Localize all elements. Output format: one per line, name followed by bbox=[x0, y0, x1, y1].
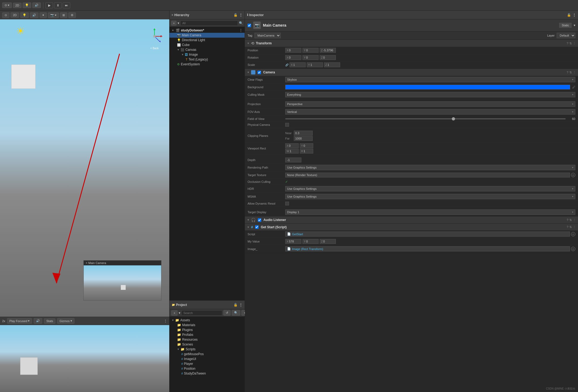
comp-help-icon[interactable]: ? bbox=[567, 225, 568, 229]
project-search-input[interactable] bbox=[181, 310, 222, 316]
msaa-dropdown[interactable]: Use Graphics Settings ▾ bbox=[285, 194, 575, 199]
project-item-materials[interactable]: 📁 Materials bbox=[170, 323, 245, 327]
physical-camera-checkbox[interactable] bbox=[285, 123, 289, 127]
script-file-field[interactable]: 📄 GetStart bbox=[285, 231, 570, 237]
hierarchy-item-eventsystem[interactable]: ⚙ EventSystem bbox=[170, 62, 245, 67]
near-field[interactable]: 0.3 bbox=[294, 131, 313, 136]
hierarchy-search-input[interactable] bbox=[180, 20, 238, 26]
transform-header[interactable]: ▼ ⟲ Transform ? ⇅ ⋮ bbox=[245, 40, 578, 47]
play-btn[interactable]: ▶ bbox=[45, 2, 53, 8]
project-item-assets[interactable]: ▼ 📁 Assets bbox=[170, 318, 245, 323]
2d-toggle-btn[interactable]: 2D bbox=[13, 3, 22, 8]
inspector-lock-icon[interactable]: 🔓 bbox=[567, 13, 571, 17]
audio-enabled-checkbox[interactable] bbox=[258, 218, 261, 222]
pos-y-field[interactable]: Y 0 bbox=[302, 48, 319, 53]
project-item-scripts[interactable]: ▼ 📁 Scripts bbox=[170, 347, 245, 352]
fov-axis-dropdown[interactable]: Vertical ▾ bbox=[285, 109, 575, 115]
scene-light-btn[interactable]: 💡 bbox=[20, 12, 29, 18]
vp-y-field[interactable]: Y 0 bbox=[300, 143, 313, 148]
culling-mask-dropdown[interactable]: Everything ▾ bbox=[285, 92, 575, 97]
comp-preset-icon[interactable]: ⇅ bbox=[569, 71, 572, 74]
get-start-header[interactable]: ▼ # Get Start (Script) ? ⇅ ⋮ bbox=[245, 224, 578, 230]
vp-h-field[interactable]: H 1 bbox=[300, 149, 313, 154]
comp-help-icon[interactable]: ? bbox=[567, 71, 568, 74]
project-item-position[interactable]: # Position bbox=[170, 366, 245, 371]
layer-select[interactable]: Default bbox=[557, 33, 575, 38]
occlusion-checkmark[interactable]: ✓ bbox=[285, 180, 288, 184]
camera-header[interactable]: ▼ Camera ? ⇅ ⋮ bbox=[245, 69, 578, 76]
pos-x-field[interactable]: X 0 bbox=[285, 48, 301, 53]
project-item-studydotween2[interactable]: # StudyDaTween bbox=[170, 371, 245, 376]
project-item-scenes[interactable]: 📁 Scenes bbox=[170, 342, 245, 347]
audio-listener-header[interactable]: ▼ 🎧 Audio Listener ? ⇅ ⋮ bbox=[245, 216, 578, 223]
scene-cam-btn[interactable]: 📷 ▾ bbox=[48, 12, 59, 18]
project-item-getmousepos[interactable]: # getMousePos bbox=[170, 352, 245, 357]
hierarchy-lock-icon[interactable]: 🔓 bbox=[234, 13, 238, 17]
project-sync-btn[interactable]: ↺ bbox=[223, 310, 231, 316]
fov-slider-track[interactable] bbox=[285, 118, 566, 119]
project-item-prefabs[interactable]: 📁 Profabs bbox=[170, 332, 245, 337]
image-file-field[interactable]: 📄 Image (Rect Transform) bbox=[285, 246, 570, 251]
static-dropdown-arrow[interactable]: ▾ bbox=[574, 23, 575, 27]
image-picker[interactable]: ◎ bbox=[571, 247, 575, 251]
comp-preset-icon[interactable]: ⇅ bbox=[569, 42, 572, 45]
play-focused-btn[interactable]: Play Focused ▾ bbox=[7, 318, 32, 324]
vp-w-field[interactable]: W 1 bbox=[285, 149, 299, 154]
project-filter-btn[interactable]: 🔍 bbox=[232, 310, 240, 316]
comp-menu-icon[interactable]: ⋮ bbox=[573, 42, 576, 45]
color-picker-icon[interactable]: 🖊 bbox=[572, 85, 575, 89]
hierarchy-item-studydotween[interactable]: ▼ 🎬 studyDotween* ⋮ bbox=[170, 28, 245, 33]
hier-item-menu[interactable]: ⋮ bbox=[239, 28, 242, 32]
hierarchy-add-btn[interactable]: + bbox=[171, 21, 177, 26]
game-menu-icon[interactable]: ⋮ bbox=[164, 319, 167, 323]
project-item-resources[interactable]: 📁 Resources bbox=[170, 337, 245, 342]
inspector-menu-icon[interactable]: ⋮ bbox=[573, 13, 576, 17]
script-picker[interactable]: ◎ bbox=[571, 232, 575, 236]
rot-z-field[interactable]: Z 0 bbox=[320, 55, 336, 60]
my-value-x-field[interactable]: X 578 bbox=[285, 239, 301, 244]
camera-enabled-checkbox[interactable] bbox=[258, 71, 261, 74]
target-texture-picker[interactable]: ◎ bbox=[571, 173, 575, 177]
depth-field[interactable]: -1 bbox=[285, 158, 301, 162]
my-value-z-field[interactable]: Z 0 bbox=[320, 239, 336, 244]
pos-z-field[interactable]: Z -5.3796 bbox=[320, 48, 336, 53]
project-lock-icon[interactable]: 🔓 bbox=[234, 303, 238, 307]
my-value-y-field[interactable]: Y 0 bbox=[302, 239, 319, 244]
target-texture-field[interactable]: None (Render Texture) bbox=[285, 173, 570, 177]
light-tool-btn[interactable]: 💡 bbox=[23, 2, 31, 8]
static-button[interactable]: Static bbox=[559, 23, 572, 28]
comp-help-icon[interactable]: ? bbox=[567, 42, 568, 45]
transform-tool-btn[interactable]: ⊙ ▾ bbox=[2, 2, 12, 8]
audio-mute-btn[interactable]: 🔊 bbox=[34, 318, 42, 324]
hierarchy-item-maincamera[interactable]: 📷 Main Camera bbox=[170, 33, 245, 38]
step-btn[interactable]: ⏭ bbox=[63, 2, 70, 8]
scene-audio-btn[interactable]: 🔊 bbox=[30, 12, 38, 18]
scene-grid-btn[interactable]: ⊞ bbox=[60, 12, 67, 18]
hierarchy-item-directionallight[interactable]: 💡 Directional Light bbox=[170, 38, 245, 42]
comp-menu-icon[interactable]: ⋮ bbox=[573, 218, 576, 222]
hierarchy-menu-icon[interactable]: ⋮ bbox=[239, 13, 242, 17]
hierarchy-item-cube[interactable]: ⬜ Cube bbox=[170, 42, 245, 47]
getstart-enabled-checkbox[interactable] bbox=[255, 225, 259, 229]
rot-y-field[interactable]: Y 0 bbox=[302, 55, 319, 60]
project-item-plugins[interactable]: 📁 Plugins bbox=[170, 327, 245, 332]
rot-x-field[interactable]: X 0 bbox=[285, 55, 301, 60]
project-add-btn[interactable]: + bbox=[171, 310, 178, 316]
comp-help-icon[interactable]: ? bbox=[567, 218, 568, 222]
gizmos-btn[interactable]: Gizmos ▾ bbox=[57, 318, 74, 324]
scale-y-field[interactable]: Y 1 bbox=[307, 62, 323, 67]
comp-preset-icon[interactable]: ⇅ bbox=[569, 225, 572, 229]
background-color-field[interactable] bbox=[285, 85, 570, 90]
hierarchy-item-textlegacy[interactable]: T Text (Legacy) bbox=[170, 57, 245, 62]
comp-menu-icon[interactable]: ⋮ bbox=[573, 225, 576, 229]
projection-dropdown[interactable]: Perspective ▾ bbox=[285, 101, 575, 107]
project-item-player[interactable]: # Player bbox=[170, 361, 245, 366]
allow-dynamic-checkbox[interactable] bbox=[285, 202, 289, 205]
scale-z-field[interactable]: Z 1 bbox=[324, 62, 340, 67]
stats-btn[interactable]: Stats bbox=[44, 318, 55, 324]
scene-tool-btn[interactable]: ⊙ bbox=[2, 12, 9, 18]
audio-tool-btn[interactable]: 🔊 bbox=[32, 2, 41, 8]
object-enabled-checkbox[interactable] bbox=[248, 24, 251, 27]
project-menu-icon[interactable]: ⋮ bbox=[239, 303, 242, 307]
project-item-imageui[interactable]: # ImageUI bbox=[170, 357, 245, 361]
